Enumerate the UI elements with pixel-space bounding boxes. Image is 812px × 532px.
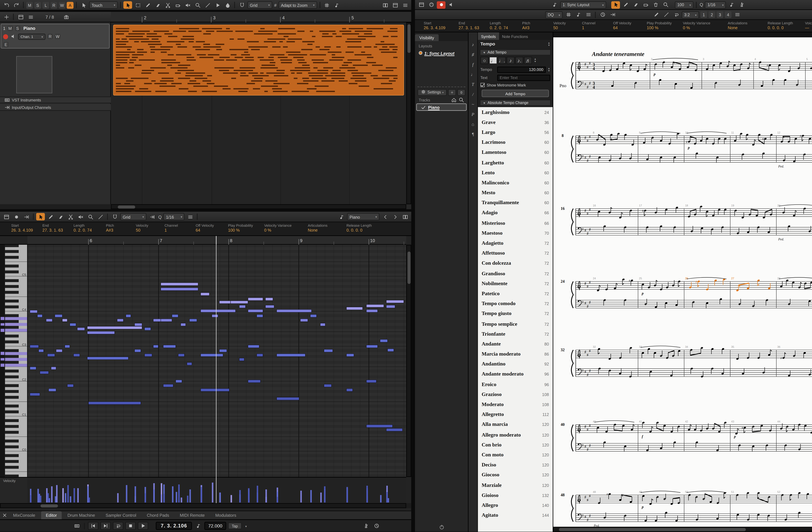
tempo-preset-row[interactable]: Eroico96 — [478, 379, 553, 389]
tempo-preset-row[interactable]: Con brio120 — [478, 440, 553, 450]
score-delete-tool[interactable] — [651, 1, 660, 9]
staff-settings-icon[interactable] — [584, 11, 593, 18]
prev-part-button[interactable] — [381, 213, 389, 220]
tempo-preset-row[interactable]: Allegro140 — [478, 500, 553, 510]
tempo-preset-row[interactable]: Nobilmente72 — [478, 279, 553, 289]
instrument-thumbnail[interactable] — [16, 56, 53, 93]
crescendo-icon[interactable] — [662, 11, 670, 18]
automation-mode-select[interactable]: Touch▾ — [89, 1, 118, 9]
insert-note-icon[interactable] — [652, 11, 661, 18]
note-value-button-4[interactable]: ♪. — [515, 57, 523, 64]
info-velocity[interactable]: Velocity50 — [132, 222, 161, 232]
voice-button-3[interactable]: 3 — [716, 11, 723, 18]
tab-sampler-control[interactable]: Sampler Control — [101, 511, 141, 520]
track-visibility-button[interactable] — [16, 13, 25, 20]
tab-note-functions[interactable]: Note Functions — [499, 32, 531, 40]
snap-type-select[interactable]: Grid▾ — [247, 1, 272, 9]
go-to-next-marker-button[interactable] — [100, 522, 111, 530]
tuplet-select[interactable]: 3:2▾ — [682, 11, 699, 18]
zoom-tool[interactable] — [193, 1, 202, 9]
ke-window-button[interactable] — [401, 213, 409, 220]
sharp-icon[interactable]: ♯ — [469, 51, 477, 59]
global-r-button[interactable]: R — [50, 2, 57, 9]
stop-button[interactable] — [125, 522, 136, 530]
track-mute-button[interactable]: M — [7, 26, 13, 31]
tab-chord-pads[interactable]: Chord Pads — [142, 511, 174, 520]
ke-grid-select[interactable]: Grid▾ — [120, 213, 146, 220]
ke-quantize-select[interactable]: 1/16▾ — [163, 213, 185, 220]
toolbar-options-button[interactable] — [401, 1, 409, 9]
key-editor-vscrollbar[interactable] — [406, 245, 411, 477]
tempo-preset-row[interactable]: Marcia moderato86 — [478, 349, 553, 359]
tab-modulators[interactable]: Modulators — [210, 511, 241, 520]
absolute-tempo-section-header[interactable]: ▼Absolute Tempo Change — [480, 100, 551, 106]
tempo-preset-row[interactable]: Maestoso70 — [478, 228, 553, 238]
tempo-preset-row[interactable]: Tempo semplice72 — [478, 319, 553, 329]
lower-zone-button[interactable] — [391, 1, 400, 9]
metronome-button[interactable] — [361, 522, 370, 530]
tempo-value-field[interactable]: 120.000 — [497, 66, 546, 73]
score-erase-tool[interactable] — [631, 1, 640, 9]
record-in-editor-button[interactable] — [437, 1, 446, 9]
glue-tool[interactable] — [173, 1, 182, 9]
project-event-display[interactable] — [111, 23, 406, 204]
info-channel[interactable]: Channel1 — [578, 20, 609, 30]
tempo-preset-row[interactable]: Lacrimoso60 — [478, 137, 553, 147]
info-pitch[interactable]: PitchA#3 — [518, 20, 550, 30]
chord-icon[interactable]: ⌂ — [469, 121, 477, 128]
record-enable-button[interactable] — [3, 34, 8, 39]
slur-icon[interactable] — [672, 11, 680, 18]
info-length[interactable]: Length0. 2. 0. 74 — [70, 222, 102, 232]
play-button[interactable] — [138, 522, 148, 530]
quantize-icon[interactable] — [323, 1, 332, 9]
layout-item-sync[interactable]: 1: Sync Layout — [415, 49, 468, 57]
play-tool[interactable] — [213, 1, 222, 9]
draw-tool[interactable] — [143, 1, 152, 9]
transport-tempo-display[interactable]: 72.000 — [204, 522, 226, 530]
redo-button[interactable] — [12, 1, 20, 9]
range-selection-tool[interactable] — [133, 1, 142, 9]
score-glue-tool[interactable] — [641, 1, 650, 9]
show-metronome-checkbox[interactable] — [480, 83, 485, 87]
layout-select[interactable]: 1: Sync Layout▾ — [560, 1, 606, 9]
track-filter-button[interactable] — [26, 13, 35, 20]
metronome-icon[interactable] — [738, 1, 746, 9]
score-quantize-select[interactable]: 1/16▾ — [705, 1, 726, 9]
monitor-button[interactable] — [10, 33, 16, 40]
tempo-stepper[interactable]: ▲▼ — [548, 67, 550, 72]
tempo-preset-row[interactable]: Larghissimo24 — [478, 107, 553, 117]
object-selection-tool[interactable] — [124, 1, 132, 9]
tempo-preset-row[interactable]: Lamentoso60 — [478, 147, 553, 158]
ke-erase-tool[interactable] — [56, 213, 65, 220]
tempo-preset-row[interactable]: Tranquillamente60 — [478, 198, 553, 208]
tempo-preset-row[interactable]: Giocoso120 — [478, 470, 553, 480]
pedal-icon[interactable]: P — [469, 111, 477, 118]
tempo-preset-row[interactable]: Misterioso66 — [478, 218, 553, 228]
score-page[interactable]: Andante teneramentePno♯♯♯♯♯♯34342p34♯56p… — [553, 37, 812, 527]
score-zoom-select[interactable]: 100▾ — [675, 1, 694, 9]
add-layout-button[interactable] — [448, 89, 456, 95]
voice-button-2[interactable]: 2 — [708, 11, 715, 18]
info-release-length[interactable]: Release Length0. 0. 0. 0 — [343, 222, 380, 232]
rack-io-channels[interactable]: Input/Output Channels — [0, 104, 111, 111]
ke-line-tool[interactable] — [96, 213, 105, 220]
tempo-preset-row[interactable]: Grazioso108 — [478, 389, 553, 399]
tempo-preset-row[interactable]: Marziale120 — [478, 480, 553, 490]
part-select[interactable]: Piano▾ — [347, 213, 379, 220]
tempo-preset-row[interactable]: Larghetto60 — [478, 158, 553, 167]
note-value-button-2[interactable]: ♩. — [498, 57, 506, 64]
editor-window-button[interactable] — [417, 1, 426, 9]
global-a-button[interactable]: A — [67, 2, 74, 9]
tempo-preset-row[interactable]: Affettuoso72 — [478, 248, 553, 258]
note-value-button-5[interactable]: ♬ — [524, 57, 532, 64]
info-start[interactable]: Start26. 3. 4.109 — [420, 20, 455, 30]
tempo-preset-row[interactable]: Andantino92 — [478, 359, 553, 369]
note-value-button-0[interactable]: ○ — [480, 57, 489, 64]
tempo-preset-row[interactable]: Alla marcia120 — [478, 419, 553, 430]
ke-draw-tool[interactable] — [46, 213, 55, 220]
home-icon[interactable] — [450, 97, 457, 103]
tap-tempo-button[interactable]: Tap — [228, 522, 242, 529]
tempo-preset-row[interactable]: Adagio66 — [478, 208, 553, 218]
search-icon[interactable] — [458, 97, 464, 103]
next-part-button[interactable] — [391, 213, 400, 220]
